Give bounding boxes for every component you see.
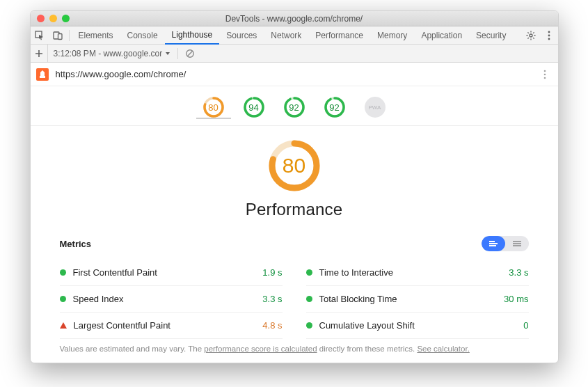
nav-score-pwa: PWA <box>364 96 386 118</box>
metric-label: Time to Interactive <box>319 267 393 278</box>
tab-memory[interactable]: Memory <box>370 26 414 45</box>
nav-score-performance: 80 <box>202 96 225 118</box>
svg-line-10 <box>527 38 528 38</box>
metric-value: 0 <box>523 320 528 331</box>
svg-point-12 <box>548 31 550 33</box>
nav-score-best-practices: 92 <box>283 96 305 118</box>
svg-point-13 <box>548 34 550 36</box>
performance-score: 80 <box>267 139 321 193</box>
metric-label: Cumulative Layout Shift <box>319 320 415 331</box>
metric-row: Total Blocking Time 30 ms <box>306 286 529 313</box>
metrics-header: Metrics <box>31 225 558 255</box>
metric-value: 4.8 s <box>262 320 282 331</box>
window-titlebar: DevTools - www.google.com/chrome/ <box>31 11 558 26</box>
nav-gauge-pwa[interactable]: PWA <box>364 96 386 118</box>
toggle-device-icon[interactable] <box>49 26 67 45</box>
main-gauge-section: 80 Performance <box>31 126 558 225</box>
close-window-button[interactable] <box>37 15 45 22</box>
svg-point-3 <box>530 34 532 37</box>
status-dot-icon <box>60 269 66 276</box>
metric-label: First Contentful Paint <box>73 267 157 278</box>
nav-gauge-performance[interactable]: 80 <box>202 96 225 118</box>
tab-elements[interactable]: Elements <box>72 26 120 45</box>
metrics-grid: First Contentful Paint 1.9 s Time to Int… <box>31 255 558 339</box>
zoom-window-button[interactable] <box>62 15 70 22</box>
svg-point-22 <box>543 77 546 79</box>
tab-console[interactable]: Console <box>120 26 165 45</box>
minimize-window-button[interactable] <box>49 15 57 22</box>
metrics-title: Metrics <box>60 239 92 249</box>
metric-label: Speed Index <box>73 294 124 304</box>
toggle-view-expanded-icon[interactable] <box>482 236 505 251</box>
svg-line-9 <box>533 38 534 38</box>
footnote-link-calc-explain[interactable]: performance score is calculated <box>204 345 317 353</box>
metric-label: Total Blocking Time <box>319 294 397 304</box>
svg-rect-19 <box>40 76 45 78</box>
nav-gauge-seo[interactable]: 92 <box>324 96 346 118</box>
tab-application[interactable]: Application <box>414 26 469 45</box>
status-dot-icon <box>60 296 66 302</box>
metric-row: Speed Index 3.3 s <box>60 286 283 313</box>
svg-point-20 <box>543 70 546 72</box>
metric-value: 30 ms <box>504 294 528 304</box>
gear-icon[interactable] <box>522 26 540 45</box>
traffic-lights <box>31 15 70 22</box>
svg-line-18 <box>187 51 192 56</box>
devtools-window: DevTools - www.google.com/chrome/ Elemen… <box>30 10 559 363</box>
performance-gauge: 80 <box>267 139 321 193</box>
url-bar: https://www.google.com/chrome/ <box>31 63 558 86</box>
inspect-element-icon[interactable] <box>31 26 49 45</box>
tab-sources[interactable]: Sources <box>219 26 264 45</box>
lighthouse-toolbar: 3:12:08 PM - www.google.cor <box>31 45 558 63</box>
new-report-button[interactable] <box>31 45 48 63</box>
nav-score-accessibility: 94 <box>243 96 265 118</box>
svg-line-11 <box>533 32 534 33</box>
status-dot-icon <box>306 296 312 302</box>
metric-row: First Contentful Paint 1.9 s <box>60 260 283 286</box>
report-menu-icon[interactable] <box>537 70 553 79</box>
metric-value: 1.9 s <box>262 267 282 278</box>
nav-score-seo: 92 <box>324 96 346 118</box>
svg-rect-2 <box>58 33 62 39</box>
metrics-footnote: Values are estimated and may vary. The p… <box>31 339 558 353</box>
status-dot-icon <box>306 322 312 329</box>
tab-security[interactable]: Security <box>469 26 513 45</box>
svg-line-8 <box>527 32 528 33</box>
svg-point-21 <box>543 73 546 75</box>
metric-label: Largest Contentful Paint <box>74 320 170 331</box>
clear-icon[interactable] <box>181 45 198 63</box>
nav-gauge-accessibility[interactable]: 94 <box>243 96 265 118</box>
window-title: DevTools - www.google.com/chrome/ <box>31 14 558 24</box>
metric-value: 3.3 s <box>509 267 528 278</box>
category-nav: 80 94 92 92 PWA <box>31 86 558 126</box>
report-timestamp-label: 3:12:08 PM - www.google.cor <box>54 49 163 58</box>
tab-performance[interactable]: Performance <box>308 26 370 45</box>
report-selector[interactable]: 3:12:08 PM - www.google.cor <box>48 49 175 58</box>
status-triangle-icon <box>60 322 67 329</box>
lighthouse-icon <box>36 68 49 81</box>
page-url: https://www.google.com/chrome/ <box>56 69 537 79</box>
chevron-down-icon <box>165 51 170 56</box>
tab-lighthouse[interactable]: Lighthouse <box>165 26 220 45</box>
status-dot-icon <box>306 269 312 276</box>
kebab-menu-icon[interactable] <box>540 26 558 45</box>
tab-network[interactable]: Network <box>264 26 308 45</box>
toggle-view-compact-icon[interactable] <box>505 236 529 251</box>
footnote-text: directly from these metrics. <box>317 345 418 353</box>
category-heading: Performance <box>31 200 558 219</box>
report-body: 80 94 92 92 PWA <box>31 86 558 363</box>
svg-point-14 <box>548 38 550 40</box>
metrics-view-toggle[interactable] <box>482 236 529 251</box>
metric-value: 3.3 s <box>262 294 282 304</box>
footnote-text: Values are estimated and may vary. The <box>60 345 205 353</box>
metric-row: Largest Contentful Paint 4.8 s <box>60 313 283 339</box>
metric-row: Time to Interactive 3.3 s <box>306 260 529 286</box>
footnote-link-see-calculator[interactable]: See calculator. <box>417 345 469 353</box>
nav-gauge-best-practices[interactable]: 92 <box>283 96 305 118</box>
metric-row: Cumulative Layout Shift 0 <box>306 313 529 339</box>
devtools-tabstrip: Elements Console Lighthouse Sources Netw… <box>31 26 558 45</box>
